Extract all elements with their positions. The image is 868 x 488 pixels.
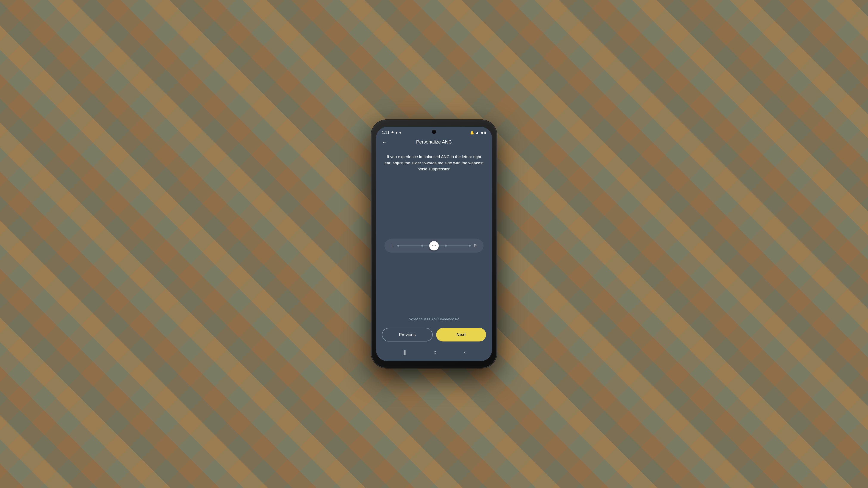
anc-imbalance-link[interactable]: What causes ANC imbalance? [409,317,459,321]
previous-button[interactable]: Previous [382,328,433,341]
thumb-dot-1 [432,245,433,246]
slider-left-label: L [391,243,395,248]
app-header: ← Personalize ANC [376,137,492,148]
slider-right-label: R [473,243,477,248]
slider-thumb[interactable] [429,241,439,251]
status-dot1-icon: ● [396,130,398,135]
next-button[interactable]: Next [436,328,486,341]
anc-slider-track[interactable] [397,245,471,247]
status-star-icon: ★ [391,130,394,135]
phone-screen: 1:11 ★ ● ● 🔔 ▲ ◀ ▮ ← Personalize ANC [376,127,492,361]
phone-body: 1:11 ★ ● ● 🔔 ▲ ◀ ▮ ← Personalize ANC [372,120,496,368]
phone-wrapper: 1:11 ★ ● ● 🔔 ▲ ◀ ▮ ← Personalize ANC [372,120,496,368]
slider-dot-4 [469,245,471,247]
back-nav-icon[interactable]: ‹ [464,349,466,355]
notification-icon: 🔔 [470,131,474,135]
slider-area: L [384,181,484,311]
nav-bar: ||| ○ ‹ [376,346,492,361]
home-nav-icon[interactable]: ○ [434,349,437,355]
slider-thumb-dots [432,245,436,246]
slider-dot-3 [445,245,447,247]
signal-icon: ▲ [475,131,479,134]
main-content: If you experience imbalanced ANC in the … [376,148,492,328]
slider-dot-2 [421,245,423,247]
status-time: 1:11 [382,130,390,135]
status-icons-right: 🔔 ▲ ◀ ▮ [470,131,486,135]
wifi-icon: ◀ [480,131,483,135]
slider-dot-1 [397,245,399,247]
thumb-dot-2 [434,245,434,246]
instruction-text: If you experience imbalanced ANC in the … [384,154,484,172]
status-dot2-icon: ● [399,130,402,135]
thumb-dot-3 [435,245,436,246]
back-button[interactable]: ← [382,139,388,145]
camera-notch [432,130,436,134]
slider-container: L [384,239,484,253]
page-title: Personalize ANC [416,139,452,145]
battery-icon: ▮ [484,131,486,135]
recents-nav-icon[interactable]: ||| [402,349,406,355]
bottom-buttons: Previous Next [376,328,492,346]
status-left: 1:11 ★ ● ● [382,130,402,135]
